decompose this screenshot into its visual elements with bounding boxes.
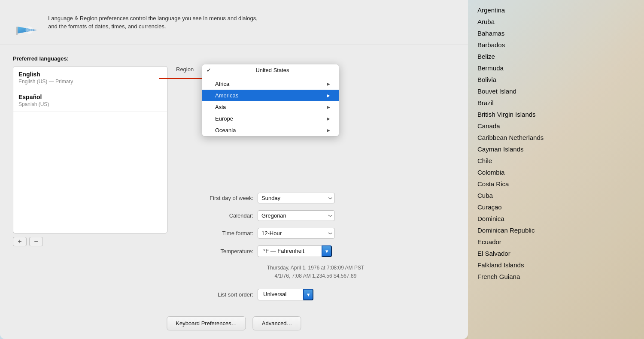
list-item[interactable]: Bermuda bbox=[477, 62, 635, 74]
list-item[interactable]: Cuba bbox=[477, 190, 635, 201]
time-format-label: Time format: bbox=[176, 230, 253, 236]
chevron-right-icon: ▶ bbox=[327, 128, 330, 133]
calendar-select-wrapper: Gregorian bbox=[258, 210, 335, 221]
menu-item-oceania[interactable]: Oceania ▶ bbox=[202, 124, 339, 136]
chevron-right-icon: ▶ bbox=[327, 93, 330, 98]
list-item[interactable]: Canada bbox=[477, 120, 635, 132]
first-day-label: First day of week: bbox=[176, 195, 253, 201]
temperature-value: °F — Fahrenheit bbox=[258, 245, 322, 257]
temperature-select-group: °F — Fahrenheit ▾ bbox=[258, 245, 332, 257]
temperature-row: Temperature: °F — Fahrenheit ▾ bbox=[176, 245, 455, 257]
menu-item-europe[interactable]: Europe ▶ bbox=[202, 113, 339, 124]
menu-item-label: Americas bbox=[215, 92, 238, 99]
menu-item-africa[interactable]: Africa ▶ bbox=[202, 78, 339, 90]
content-area: Preferred languages: English English (US… bbox=[0, 45, 468, 318]
list-item[interactable]: Ecuador bbox=[477, 236, 635, 248]
list-item[interactable]: Curaçao bbox=[477, 201, 635, 213]
menu-item-label: Asia bbox=[215, 104, 226, 110]
remove-language-button[interactable]: − bbox=[29, 237, 43, 246]
menu-item-united-states[interactable]: ✓ United States bbox=[202, 64, 339, 76]
calendar-label: Calendar: bbox=[176, 212, 253, 219]
svg-rect-0 bbox=[16, 27, 18, 35]
add-language-button[interactable]: + bbox=[13, 237, 27, 246]
list-item[interactable]: Bolivia bbox=[477, 74, 635, 85]
first-day-row: First day of week: Sunday bbox=[176, 193, 455, 203]
preview-line1: Thursday, April 1, 1976 at 7:08:09 AM PS… bbox=[176, 264, 455, 272]
calendar-select[interactable]: Gregorian bbox=[258, 210, 335, 221]
list-item[interactable]: Español Spanish (US) bbox=[13, 89, 167, 112]
list-item[interactable]: Colombia bbox=[477, 166, 635, 178]
chevron-right-icon: ▶ bbox=[327, 82, 330, 86]
menu-item-asia[interactable]: Asia ▶ bbox=[202, 101, 339, 113]
keyboard-preferences-button[interactable]: Keyboard Preferences… bbox=[167, 316, 246, 330]
globe-icon bbox=[13, 9, 40, 36]
first-day-select[interactable]: Sunday bbox=[258, 193, 335, 203]
menu-item-label: Africa bbox=[215, 81, 229, 87]
advanced-button[interactable]: Advanced… bbox=[253, 316, 301, 330]
list-buttons: + − bbox=[13, 237, 167, 246]
list-item[interactable]: Cayman Islands bbox=[477, 143, 635, 155]
language-list: English English (US) — Primary Español S… bbox=[13, 66, 167, 246]
list-item[interactable]: Bouvet Island bbox=[477, 85, 635, 97]
language-name: English bbox=[18, 71, 162, 78]
checkmark-icon: ✓ bbox=[207, 67, 211, 73]
language-sub: English (US) — Primary bbox=[18, 79, 162, 85]
main-panel: Language & Region preferences control th… bbox=[0, 0, 468, 339]
two-column-layout: English English (US) — Primary Español S… bbox=[13, 66, 455, 307]
calendar-row: Calendar: Gregorian bbox=[176, 210, 455, 221]
menu-item-label: Europe bbox=[215, 115, 233, 122]
region-label: Region bbox=[176, 66, 194, 73]
list-item[interactable]: Costa Rica bbox=[477, 178, 635, 190]
list-item[interactable]: El Salvador bbox=[477, 248, 635, 259]
preferred-languages-label: Preferred languages: bbox=[13, 55, 455, 62]
right-panel-country-list[interactable]: ArgentinaArubaBahamasBarbadosBelizeBermu… bbox=[468, 0, 644, 339]
list-sort-label: List sort order: bbox=[176, 291, 253, 298]
time-format-row: Time format: 12-Hour bbox=[176, 228, 455, 239]
list-item[interactable]: Bahamas bbox=[477, 27, 635, 39]
region-row: Region ✓ United States Africa bbox=[176, 66, 455, 73]
menu-item-americas[interactable]: Americas ▶ bbox=[202, 90, 339, 101]
temperature-label: Temperature: bbox=[176, 248, 253, 254]
list-item[interactable]: Belize bbox=[477, 51, 635, 62]
menu-item-label: United States bbox=[255, 67, 289, 73]
menu-separator bbox=[202, 77, 339, 77]
time-format-select-wrapper: 12-Hour bbox=[258, 228, 335, 239]
list-item[interactable]: Dominican Republic bbox=[477, 224, 635, 236]
bottom-buttons: Keyboard Preferences… Advanced… bbox=[167, 316, 301, 330]
language-name: Español bbox=[18, 94, 162, 100]
list-item[interactable]: Aruba bbox=[477, 16, 635, 27]
menu-item-label: Oceania bbox=[215, 127, 236, 133]
list-sort-select-group: Universal ▾ bbox=[258, 289, 313, 300]
list-sort-dropdown-button[interactable]: ▾ bbox=[303, 289, 313, 300]
first-day-select-wrapper: Sunday bbox=[258, 193, 335, 203]
preview-section: Thursday, April 1, 1976 at 7:08:09 AM PS… bbox=[176, 264, 455, 280]
list-item[interactable]: Falkland Islands bbox=[477, 259, 635, 271]
preview-line2: 4/1/76, 7:08 AM 1,234.56 $4,567.89 bbox=[176, 272, 455, 280]
list-sort-value: Universal bbox=[258, 289, 304, 300]
temperature-dropdown-button[interactable]: ▾ bbox=[322, 245, 332, 257]
list-item[interactable]: Dominica bbox=[477, 213, 635, 224]
list-sort-row: List sort order: Universal ▾ bbox=[176, 289, 455, 300]
list-item[interactable]: British Virgin Islands bbox=[477, 109, 635, 120]
time-format-select[interactable]: 12-Hour bbox=[258, 228, 335, 239]
list-item[interactable]: English English (US) — Primary bbox=[13, 67, 167, 89]
region-dropdown-menu[interactable]: ✓ United States Africa ▶ Americas bbox=[202, 64, 339, 136]
chevron-right-icon: ▶ bbox=[327, 116, 330, 121]
language-sub: Spanish (US) bbox=[18, 101, 162, 107]
list-item[interactable]: Caribbean Netherlands bbox=[477, 132, 635, 143]
header-section: Language & Region preferences control th… bbox=[0, 0, 468, 45]
list-item[interactable]: Argentina bbox=[477, 4, 635, 16]
chevron-right-icon: ▶ bbox=[327, 105, 330, 109]
settings-area: Region ✓ United States Africa bbox=[176, 66, 455, 307]
language-listbox[interactable]: English English (US) — Primary Español S… bbox=[13, 66, 167, 233]
list-item[interactable]: Barbados bbox=[477, 39, 635, 51]
list-item[interactable]: Chile bbox=[477, 155, 635, 166]
list-item[interactable]: French Guiana bbox=[477, 271, 635, 282]
header-description: Language & Region preferences control th… bbox=[48, 14, 258, 31]
list-item[interactable]: Brazil bbox=[477, 97, 635, 109]
